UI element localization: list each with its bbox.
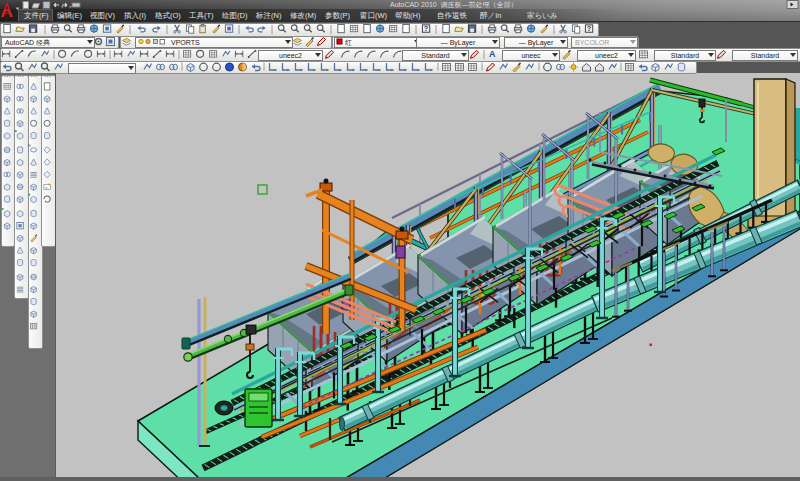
svg-text:A: A (489, 49, 496, 59)
svg-text:?: ? (587, 24, 592, 33)
svg-text:?: ? (424, 24, 429, 33)
